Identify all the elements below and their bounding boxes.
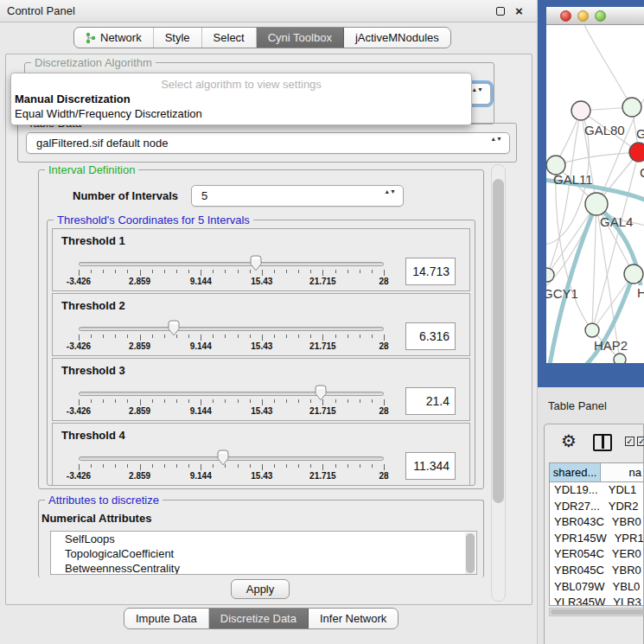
network-node[interactable] [546,268,554,282]
table-row[interactable]: YDL19...YDL1 [550,482,643,499]
node-table[interactable]: shared... na YDL19...YDL1YDR27...YDR2YBR… [549,462,643,606]
tab-select[interactable]: Select [202,28,257,48]
threshold-slider-track[interactable] [79,327,384,331]
network-view-window[interactable]: GAL80GACGAL11GAL4GCY1HHAP2 [538,0,644,387]
tick-mark [91,399,92,403]
tick-label: 9.144 [190,406,212,416]
attribute-item[interactable]: SelfLoops [51,532,476,546]
minimize-traffic-light-icon[interactable] [577,10,589,22]
gear-icon[interactable]: ⚙ [561,430,577,451]
table-data-combobox[interactable]: galFiltered.sif default node ▲▼ [26,132,510,154]
tick-label: 2.859 [129,471,150,481]
tab-discretize-data[interactable]: Discretize Data [209,609,309,628]
cell-name: YLR3 [605,595,643,606]
tick-mark [176,464,177,468]
network-node[interactable] [629,143,644,162]
tick-mark [286,464,287,468]
close-icon[interactable]: × [515,3,523,18]
tick-mark [274,335,275,338]
threshold-slider-track[interactable] [79,262,384,266]
attribute-item[interactable]: TopologicalCoefficient [51,546,476,561]
attributes-scrollbar-thumb[interactable] [466,533,475,573]
num-intervals-combobox[interactable]: 5 ▲▼ [191,185,404,207]
table-row[interactable]: YLR345WYLR3 [550,595,643,606]
table-row[interactable]: YBR045CYBR0 [550,563,643,579]
network-node[interactable] [585,323,599,337]
threshold-slider-track[interactable] [79,456,384,461]
tick-mark [298,464,299,468]
tick-mark [286,399,287,403]
apply-button[interactable]: Apply [231,579,290,599]
threshold-value-field[interactable]: 14.713 [405,258,456,285]
attributes-scrollbar[interactable] [465,532,475,574]
combo-arrows-icon: ▲▼ [384,188,396,195]
tick-label: 21.715 [309,277,336,286]
tick-label: 15.43 [251,471,272,481]
column-header-shared-name[interactable]: shared... [550,463,601,481]
tick-mark [310,335,311,338]
tick-mark [140,335,141,341]
table-row[interactable]: YPR145WYPR1 [550,531,643,547]
network-node[interactable] [571,101,590,120]
tick-mark [372,335,373,338]
tab-style[interactable]: Style [154,28,202,48]
tick-mark [127,335,128,338]
tick-label: 28 [379,406,388,416]
tick-mark [91,464,92,468]
network-node[interactable] [622,98,641,117]
tick-label: 2.859 [129,406,150,416]
dropdown-item-equal-width[interactable]: Equal Width/Frequency Discretization [11,106,471,121]
table-row[interactable]: YDR27...YDR2 [550,499,643,515]
table-panel-title: Table Panel [548,399,607,412]
panel-scrollbar-thumb[interactable] [493,179,504,503]
table-row[interactable]: YBL079WYBL0 [550,579,643,596]
select-none-checkbox-icon[interactable]: ✓ [637,437,644,446]
dropdown-item-manual[interactable]: Manual Discretization [11,92,471,106]
tick-label: 9.144 [190,471,212,481]
tick-mark [140,270,141,276]
table-horizontal-scrollbar[interactable] [549,608,643,616]
tick-mark [384,335,385,341]
table-hscrollbar-thumb[interactable] [551,609,644,615]
node-label: GAL4 [600,214,633,229]
table-row[interactable]: YBR043CYBR0 [550,514,643,531]
tab-network[interactable]: Network [74,28,154,48]
tab-jactivemnodules[interactable]: jActiveMNodules [344,28,450,48]
numerical-attributes-list[interactable]: SelfLoopsTopologicalCoefficientBetweenne… [50,531,477,575]
tick-label: 28 [379,471,388,481]
close-traffic-light-icon[interactable] [560,10,571,22]
tab-cyni-toolbox[interactable]: Cyni Toolbox [257,28,344,48]
tick-mark [176,335,177,338]
network-canvas[interactable]: GAL80GACGAL11GAL4GCY1HHAP2 [546,25,644,363]
tick-mark [360,399,360,403]
tab-label: Impute Data [136,612,197,625]
network-node[interactable] [585,193,608,215]
table-data-value: galFiltered.sif default node [36,137,168,150]
tab-infer-network[interactable]: Infer Network [309,609,398,628]
threshold-value-field[interactable]: 11.344 [405,452,456,480]
threshold-panel: Threshold 3 -3.4262.8599.14415.4321.7152… [52,358,470,421]
algorithm-dropdown-popup: Select algorithm to view settings Manual… [10,73,472,125]
tick-mark [164,270,165,273]
select-all-checkbox-icon[interactable]: ✓ [625,437,634,446]
columns-icon[interactable] [593,434,612,451]
attribute-item[interactable]: BetweennessCentrality [51,561,476,575]
tick-mark [286,335,287,338]
zoom-traffic-light-icon[interactable] [595,10,606,22]
threshold-slider-track[interactable] [79,392,384,396]
cell-shared-name: YDL19... [550,482,601,499]
tick-mark [201,335,201,341]
tab-label: Select [214,31,245,44]
threshold-value-field[interactable]: 21.4 [405,387,456,415]
tick-mark [335,399,336,403]
network-node[interactable] [614,354,626,363]
threshold-value-field[interactable]: 6.316 [405,322,456,350]
float-window-icon[interactable] [496,7,505,16]
network-node[interactable] [624,265,643,284]
table-row[interactable]: YER054CYER0 [550,546,643,563]
panel-scrollbar[interactable] [491,164,506,602]
tick-mark [298,270,299,273]
column-header-name[interactable]: na [601,463,643,481]
tab-impute-data[interactable]: Impute Data [124,609,209,628]
network-icon [86,32,96,44]
